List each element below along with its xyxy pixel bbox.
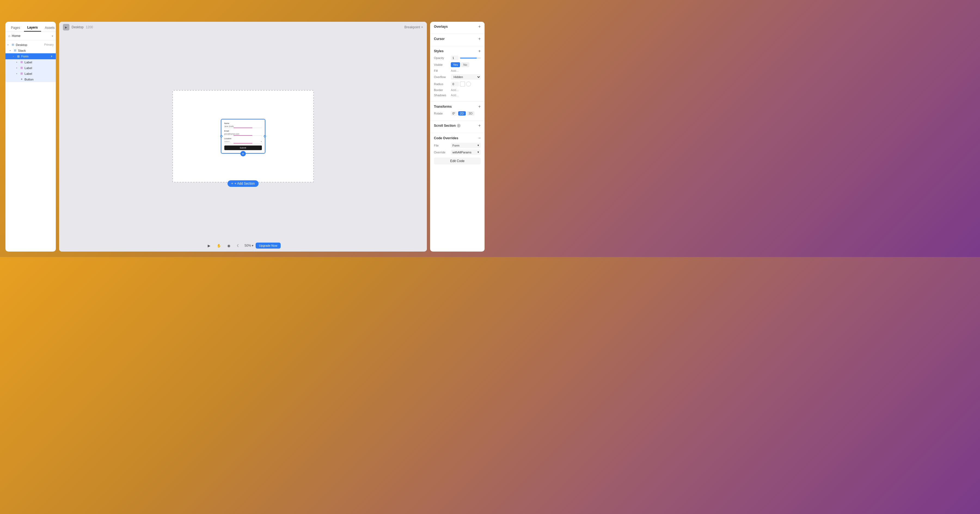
upgrade-now-button[interactable]: Upgrade Now: [256, 243, 280, 249]
add-section-label: + Add Section: [234, 182, 255, 186]
breakpoint-add-icon: +: [421, 25, 423, 29]
scroll-section-add-button[interactable]: +: [478, 124, 481, 128]
field-label-location: Location: [224, 138, 262, 140]
opacity-label: Opacity: [434, 56, 449, 60]
override-label: Override: [434, 151, 449, 154]
transforms-section: Transforms + Rotate 0° 2D 3D: [430, 102, 485, 121]
shadows-add-button[interactable]: Add...: [451, 94, 481, 97]
add-section-button[interactable]: + + Add Section: [227, 180, 258, 187]
tab-assets[interactable]: Assets: [41, 24, 56, 32]
home-selector[interactable]: ⌂ Home ▾: [5, 32, 56, 40]
overflow-row: Overflow Hidden Visible Scroll: [434, 74, 481, 80]
tool-hand[interactable]: ✋: [215, 242, 223, 249]
rotate-2d-button[interactable]: 2D: [458, 111, 466, 116]
frame-icon: ⊞: [11, 43, 15, 46]
layer-label: Button: [24, 78, 54, 81]
scroll-section-title: Scroll Section: [434, 124, 456, 127]
radius-corner-icon[interactable]: [460, 82, 465, 86]
expand-arrow-icon: ▸: [10, 49, 12, 52]
preview-play-button[interactable]: ▶: [63, 24, 69, 30]
cursor-title: Cursor: [434, 37, 445, 41]
component-icon: ⊞: [20, 60, 24, 64]
cursor-add-button[interactable]: +: [478, 37, 481, 41]
fill-row: Fill Add...: [434, 69, 481, 72]
overlays-section: Overlays +: [430, 22, 485, 34]
tool-play[interactable]: ▶: [205, 242, 213, 249]
tab-pages[interactable]: Pages: [8, 24, 24, 32]
form-submit-button[interactable]: Submit: [224, 146, 262, 150]
visible-no-button[interactable]: No: [461, 62, 469, 67]
fill-add-button[interactable]: Add...: [451, 69, 481, 72]
canvas-frame[interactable]: Name Jane Smith Email jane@framer.com Lo…: [172, 90, 314, 182]
tab-layers[interactable]: Layers: [24, 24, 41, 32]
layer-item-desktop[interactable]: ▸ ⊞ Desktop Primary: [5, 42, 56, 48]
override-row: Override withAllParams ▾: [434, 149, 481, 155]
rotate-label: Rotate: [434, 112, 449, 115]
shadows-label: Shadows: [434, 94, 449, 97]
override-select-button[interactable]: withAllParams ▾: [451, 149, 481, 155]
styles-add-button[interactable]: +: [478, 49, 481, 53]
frame-size: 1200: [86, 25, 93, 29]
opacity-value[interactable]: 1: [451, 56, 458, 60]
rotate-row: Rotate 0° 2D 3D: [434, 111, 481, 116]
layer-item-label1[interactable]: ▸ ⊞ Label: [5, 59, 56, 65]
rotate-3d-button[interactable]: 3D: [467, 111, 474, 116]
home-icon: ⌂: [8, 34, 10, 38]
layer-label: Label: [24, 72, 54, 75]
layer-item-label3[interactable]: ▸ ⊞ Label: [5, 71, 56, 76]
file-select-button[interactable]: Form ▾: [451, 143, 481, 148]
file-row: File Form ▾: [434, 143, 481, 148]
form-field-name: Name Jane Smith: [224, 122, 262, 128]
form-preview: Name Jane Smith Email jane@framer.com Lo…: [221, 119, 265, 153]
scroll-section-section: Scroll Section i +: [430, 121, 485, 133]
radius-value[interactable]: 0: [451, 82, 459, 86]
info-icon[interactable]: i: [457, 124, 461, 127]
cursor-header: Cursor +: [434, 37, 481, 41]
layer-label: Label: [24, 61, 54, 64]
layer-item-form[interactable]: ▸ ⊞ Form F: [5, 53, 56, 59]
opacity-slider[interactable]: [460, 58, 481, 59]
breakpoint-label: Breakpoint: [404, 25, 420, 29]
field-label-name: Name: [224, 122, 262, 124]
layer-label: Form: [21, 55, 49, 58]
layer-item-stack[interactable]: ▸ ⊞ Stack: [5, 48, 56, 53]
tool-dark-mode[interactable]: ☾: [235, 242, 242, 249]
component-icon: ⊞: [20, 72, 24, 75]
layer-label: Stack: [18, 49, 54, 52]
tool-frame[interactable]: ◉: [225, 242, 232, 249]
button-icon: ✦: [20, 78, 24, 81]
scroll-section-title-group: Scroll Section i: [434, 124, 461, 127]
overlays-add-button[interactable]: +: [478, 24, 481, 29]
radius-label: Radius: [434, 82, 449, 86]
code-overrides-collapse-button[interactable]: −: [478, 136, 481, 141]
expand-arrow-icon: ▸: [8, 43, 10, 46]
layer-item-button[interactable]: ✦ Button: [5, 76, 56, 82]
canvas-area: ▶ Desktop 1200 Breakpoint + Name: [59, 22, 427, 252]
border-label: Border: [434, 88, 449, 92]
file-label: File: [434, 144, 449, 147]
expand-arrow-icon: ▸: [16, 67, 19, 69]
form-component[interactable]: Name Jane Smith Email jane@framer.com Lo…: [221, 119, 265, 153]
field-label-email: Email: [224, 130, 262, 132]
canvas-bottom-bar: ▶ ✋ ◉ ☾ 50% ▾ Upgrade Now: [59, 240, 427, 252]
component-icon: ⊞: [20, 66, 24, 70]
edit-code-button[interactable]: Edit Code: [434, 157, 481, 165]
transforms-add-button[interactable]: +: [478, 105, 481, 109]
add-component-button[interactable]: +: [240, 151, 246, 156]
resize-handle-left[interactable]: [220, 135, 223, 137]
radius-circle-icon[interactable]: [466, 82, 471, 86]
app-container: Pages Layers Assets ⌂ Home ▾ ▸ ⊞ Desktop…: [0, 0, 490, 257]
overflow-select[interactable]: Hidden Visible Scroll: [451, 74, 481, 80]
border-add-button[interactable]: Add...: [451, 88, 481, 92]
rotate-value[interactable]: 0°: [451, 111, 457, 116]
zoom-display[interactable]: 50% ▾: [245, 244, 253, 247]
layers-tree: ▸ ⊞ Desktop Primary ▸ ⊞ Stack ▸ ⊞ Form F…: [5, 40, 56, 252]
visible-toggle: Yes No: [451, 62, 469, 67]
fill-placeholder: Add...: [451, 69, 459, 72]
resize-handle-right[interactable]: [264, 135, 266, 137]
layer-item-label2[interactable]: ▸ ⊞ Label: [5, 65, 56, 71]
visible-yes-button[interactable]: Yes: [451, 62, 460, 67]
zoom-chevron-icon: ▾: [252, 244, 253, 247]
cursor-section: Cursor +: [430, 34, 485, 46]
breakpoint-button[interactable]: Breakpoint +: [404, 25, 423, 29]
